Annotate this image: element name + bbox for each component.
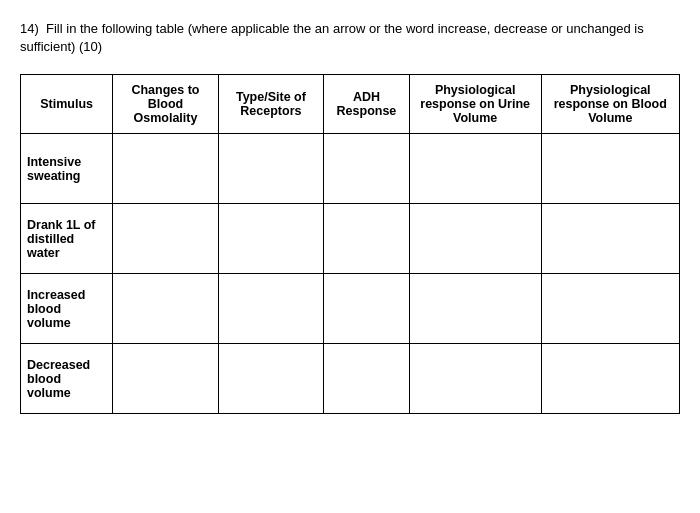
adh-cell[interactable] [324, 204, 410, 274]
header-blood-osmolality: Changes to Blood Osmolality [113, 75, 218, 134]
blood-vol-cell[interactable] [541, 134, 679, 204]
stimulus-cell: Drank 1L of distilled water [21, 204, 113, 274]
main-table: Stimulus Changes to Blood Osmolality Typ… [20, 74, 680, 414]
urine-cell[interactable] [409, 204, 541, 274]
stimulus-cell: Intensive sweating [21, 134, 113, 204]
blood-osmolality-cell[interactable] [113, 344, 218, 414]
receptors-cell[interactable] [218, 134, 323, 204]
blood-osmolality-cell[interactable] [113, 204, 218, 274]
receptors-cell[interactable] [218, 204, 323, 274]
stimulus-cell: Decreased blood volume [21, 344, 113, 414]
header-adh: ADH Response [324, 75, 410, 134]
blood-vol-cell[interactable] [541, 204, 679, 274]
table-row: Increased blood volume [21, 274, 680, 344]
header-stimulus: Stimulus [21, 75, 113, 134]
receptors-cell[interactable] [218, 344, 323, 414]
urine-cell[interactable] [409, 344, 541, 414]
adh-cell[interactable] [324, 274, 410, 344]
header-type-site: Type/Site of Receptors [218, 75, 323, 134]
blood-vol-cell[interactable] [541, 344, 679, 414]
adh-cell[interactable] [324, 344, 410, 414]
urine-cell[interactable] [409, 134, 541, 204]
urine-cell[interactable] [409, 274, 541, 344]
receptors-cell[interactable] [218, 274, 323, 344]
header-blood-volume: Physiological response on Blood Volume [541, 75, 679, 134]
table-row: Decreased blood volume [21, 344, 680, 414]
blood-osmolality-cell[interactable] [113, 274, 218, 344]
adh-cell[interactable] [324, 134, 410, 204]
stimulus-cell: Increased blood volume [21, 274, 113, 344]
table-row: Intensive sweating [21, 134, 680, 204]
blood-osmolality-cell[interactable] [113, 134, 218, 204]
header-urine-volume: Physiological response on Urine Volume [409, 75, 541, 134]
table-row: Drank 1L of distilled water [21, 204, 680, 274]
question-text: 14) Fill in the following table (where a… [20, 20, 680, 56]
blood-vol-cell[interactable] [541, 274, 679, 344]
